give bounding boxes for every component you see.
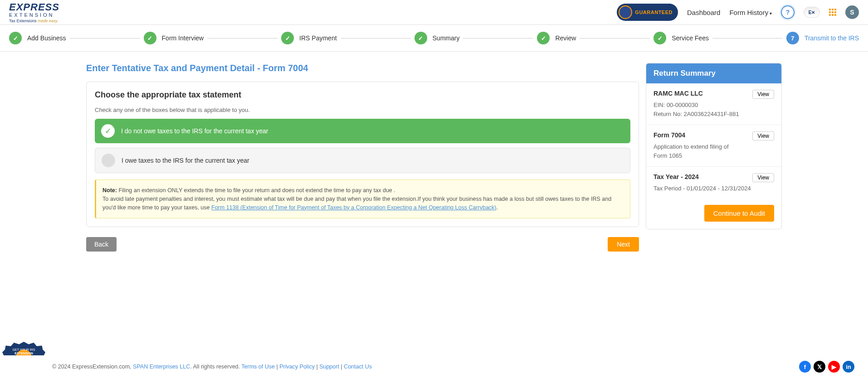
ein-text: EIN: 00-0000030 [653, 101, 774, 110]
check-icon [144, 32, 156, 44]
option-owe[interactable]: I owe taxes to the IRS for the current t… [95, 148, 630, 173]
step-number-icon: 7 [786, 32, 799, 44]
option-label: I do not owe taxes to the IRS for the cu… [121, 127, 268, 135]
logo-tagline: Tax Extensions made easy [9, 19, 58, 23]
step-connector [712, 38, 783, 39]
step-connector [341, 38, 411, 39]
option-no-owe[interactable]: ✓ I do not owe taxes to the IRS for the … [95, 119, 630, 143]
step-irs-payment[interactable]: IRS Payment [281, 32, 336, 44]
check-icon [9, 32, 22, 44]
logo-sub-text: EXTENSION [9, 12, 54, 18]
summary-business-section: RAMC MAC LLC View EIN: 00-0000030 Return… [646, 83, 781, 125]
summary-year-section: Tax Year - 2024 View Tax Period - 01/01/… [646, 167, 781, 199]
note-after-link: . [497, 204, 498, 211]
back-button[interactable]: Back [86, 237, 117, 252]
radio-checked-icon: ✓ [101, 124, 115, 138]
form-name: Form 7004 [653, 131, 685, 139]
avatar[interactable]: S [845, 5, 859, 19]
view-year-button[interactable]: View [752, 173, 774, 182]
progress-stepper: Add Business Form Interview IRS Payment … [0, 25, 868, 52]
ex-badge-icon[interactable]: E✕ [804, 7, 820, 18]
next-button[interactable]: Next [608, 237, 639, 252]
guaranteed-badge[interactable]: GUARANTEED [617, 4, 678, 21]
tax-year: Tax Year - 2024 [653, 173, 699, 180]
step-transmit[interactable]: 7 Transmit to the IRS [786, 32, 859, 44]
nav-buttons: Back Next [86, 237, 639, 252]
section-title: Choose the appropriate tax statement [95, 90, 630, 100]
help-icon[interactable]: ? [781, 5, 795, 19]
page-title: Enter Tentative Tax and Payment Detail -… [86, 63, 639, 73]
main-content: Enter Tentative Tax and Payment Detail -… [0, 52, 868, 263]
step-service-fees[interactable]: Service Fees [653, 32, 709, 44]
continue-to-audit-button[interactable]: Continue to Audit [704, 205, 774, 222]
note-text1: Filing an extension ONLY extends the tim… [117, 187, 395, 194]
logo-main-text: EXPRESS [9, 1, 59, 13]
step-add-business[interactable]: Add Business [9, 32, 66, 44]
step-connector [207, 38, 278, 39]
form-1138-link[interactable]: Form 1138 (Extension of Time for Payment… [211, 204, 497, 211]
check-icon [537, 32, 550, 44]
step-connector [463, 38, 533, 39]
view-form-button[interactable]: View [752, 131, 774, 141]
step-connector [70, 38, 140, 39]
tax-period: Tax Period - 01/01/2024 - 12/31/2024 [653, 184, 774, 193]
return-no-text: Return No: 2A0036224431F-881 [653, 110, 774, 119]
sidebar-header: Return Summary [646, 63, 781, 83]
guaranteed-text: GUARANTEED [635, 10, 673, 15]
check-icon [414, 32, 427, 44]
step-connector [580, 38, 650, 39]
return-summary-panel: Return Summary RAMC MAC LLC View EIN: 00… [646, 63, 782, 229]
step-summary[interactable]: Summary [414, 32, 460, 44]
summary-form-section: Form 7004 View Application to extend fil… [646, 125, 781, 167]
step-review[interactable]: Review [537, 32, 576, 44]
note-label: Note: [102, 187, 117, 194]
nav-form-history[interactable]: Form History [729, 9, 772, 16]
option-label: I owe taxes to the IRS for the current t… [122, 157, 249, 164]
header-right: GUARANTEED Dashboard Form History ? E✕ S [617, 4, 859, 21]
radio-unchecked-icon [102, 154, 115, 167]
guaranteed-seal-icon [619, 5, 632, 19]
check-icon [281, 32, 294, 44]
step-form-interview[interactable]: Form Interview [144, 32, 204, 44]
check-icon [653, 32, 666, 44]
form-desc: Application to extend filing of Form 106… [653, 142, 731, 160]
tax-statement-card: Choose the appropriate tax statement Che… [86, 82, 639, 227]
view-business-button[interactable]: View [752, 90, 774, 99]
header: EXPRESS EXTENSION Tax Extensions made ea… [0, 0, 868, 25]
logo[interactable]: EXPRESS EXTENSION Tax Extensions made ea… [9, 1, 59, 23]
note-box: Note: Filing an extension ONLY extends t… [95, 179, 630, 218]
company-name: RAMC MAC LLC [653, 90, 703, 97]
left-column: Enter Tentative Tax and Payment Detail -… [86, 63, 639, 252]
apps-grid-icon[interactable] [829, 9, 836, 16]
nav-dashboard[interactable]: Dashboard [687, 9, 720, 16]
instruction-text: Check any one of the boxes below that is… [95, 107, 630, 113]
